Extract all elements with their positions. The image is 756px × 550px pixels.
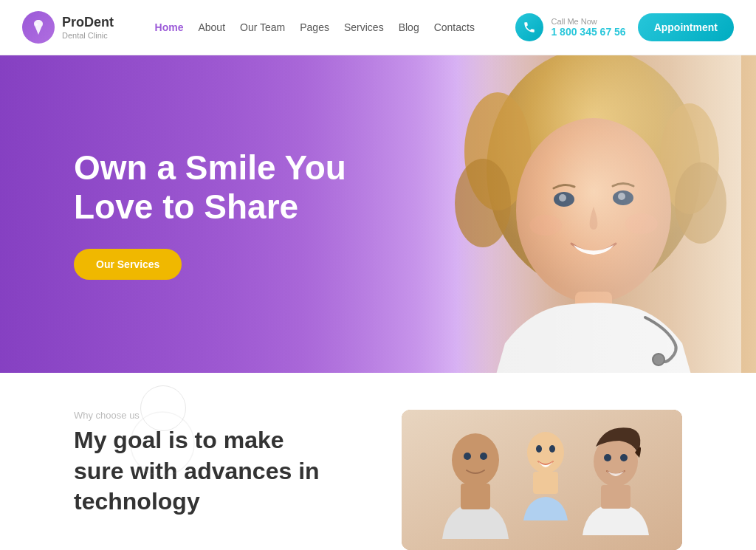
nav-our-team[interactable]: Our Team (240, 21, 285, 33)
hero-title: Own a Smile You Love to Share (74, 148, 354, 227)
header-right: Call Me Now 1 800 345 67 56 Appointment (515, 13, 734, 41)
svg-rect-27 (601, 485, 630, 509)
svg-rect-23 (533, 472, 558, 494)
svg-point-16 (131, 412, 194, 475)
our-services-button[interactable]: Our Services (74, 249, 182, 280)
svg-point-18 (452, 433, 499, 487)
svg-point-24 (536, 445, 542, 453)
svg-point-28 (604, 454, 611, 461)
nav-contacts[interactable]: Contacts (434, 21, 475, 33)
call-number: 1 800 345 67 56 (551, 26, 625, 38)
svg-point-20 (464, 453, 471, 460)
nav-about[interactable]: About (198, 21, 225, 33)
nav-home[interactable]: Home (155, 21, 184, 33)
below-title: My goal is to make sure with advances in… (74, 425, 325, 518)
phone-icon-wrap (515, 13, 543, 41)
logo-subtitle: Dental Clinic (62, 31, 114, 40)
nav-services[interactable]: Services (344, 21, 384, 33)
svg-point-25 (549, 445, 555, 453)
appointment-button[interactable]: Appointment (638, 13, 734, 41)
family-svg (402, 410, 682, 550)
svg-rect-19 (461, 484, 490, 509)
svg-rect-15 (416, 55, 741, 373)
hero-content: Own a Smile You Love to Share Our Servic… (74, 148, 354, 280)
main-nav: Home About Our Team Pages Services Blog … (155, 21, 475, 33)
nav-pages[interactable]: Pages (300, 21, 329, 33)
logo-area: ProDent Dental Clinic (22, 11, 114, 44)
call-area: Call Me Now 1 800 345 67 56 (515, 13, 625, 41)
hero-doctor-image (328, 55, 756, 373)
call-label: Call Me Now (551, 17, 625, 26)
doctor-svg (402, 55, 756, 373)
below-section: Why choose us My goal is to make sure wi… (0, 373, 756, 550)
header: ProDent Dental Clinic Home About Our Tea… (0, 0, 756, 55)
nav-blog[interactable]: Blog (399, 21, 419, 33)
logo-name: ProDent (62, 15, 114, 31)
svg-point-29 (620, 454, 628, 461)
hero-section: Own a Smile You Love to Share Our Servic… (0, 55, 756, 373)
decorative-circle (129, 410, 196, 477)
phone-icon (523, 21, 536, 34)
below-left: Why choose us My goal is to make sure wi… (74, 410, 357, 518)
svg-point-0 (35, 24, 38, 26)
logo-text: ProDent Dental Clinic (62, 15, 114, 40)
family-image (402, 410, 682, 550)
logo-icon (22, 11, 55, 44)
svg-point-21 (480, 453, 487, 460)
why-label: Why choose us (74, 410, 357, 421)
call-text: Call Me Now 1 800 345 67 56 (551, 17, 625, 38)
